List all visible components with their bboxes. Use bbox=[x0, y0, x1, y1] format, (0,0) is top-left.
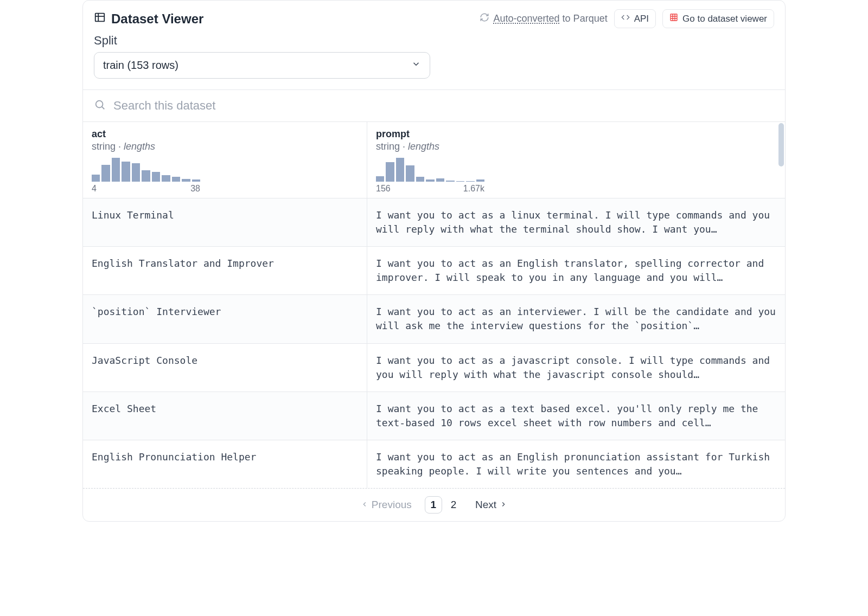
split-select[interactable]: train (153 rows) bbox=[94, 52, 430, 79]
column-type: string · lengths bbox=[92, 141, 358, 152]
cell-act: English Pronunciation Helper bbox=[83, 440, 367, 488]
svg-line-9 bbox=[102, 107, 105, 110]
title-group: Dataset Viewer bbox=[94, 11, 203, 27]
table-body: Linux TerminalI want you to act as a lin… bbox=[83, 198, 785, 489]
refresh-icon bbox=[480, 12, 489, 25]
cell-prompt: I want you to act as an English pronunci… bbox=[367, 440, 785, 488]
chevron-right-icon bbox=[500, 499, 507, 511]
histogram[interactable] bbox=[92, 158, 200, 182]
column-header-prompt[interactable]: promptstring · lengths1561.67k bbox=[367, 122, 785, 198]
svg-rect-3 bbox=[671, 14, 677, 21]
cell-prompt: I want you to act as an English translat… bbox=[367, 247, 785, 294]
table-row[interactable]: English Pronunciation HelperI want you t… bbox=[83, 440, 785, 489]
api-label: API bbox=[634, 14, 649, 24]
column-header-act[interactable]: actstring · lengths438 bbox=[83, 122, 367, 198]
page-title: Dataset Viewer bbox=[111, 11, 203, 27]
next-button[interactable]: Next bbox=[475, 499, 507, 511]
cell-act: English Translator and Improver bbox=[83, 247, 367, 294]
viewer-label: Go to dataset viewer bbox=[682, 14, 767, 24]
grid-icon bbox=[669, 13, 678, 24]
parquet-suffix: to Parquet bbox=[560, 13, 608, 24]
parquet-note: Auto-converted to Parquet bbox=[480, 12, 608, 25]
split-block: Split train (153 rows) bbox=[83, 28, 785, 89]
histogram-range: 438 bbox=[92, 184, 200, 194]
code-icon bbox=[621, 13, 630, 24]
svg-point-8 bbox=[96, 101, 103, 108]
cell-prompt: I want you to act as a javascript consol… bbox=[367, 344, 785, 392]
chevron-down-icon bbox=[411, 59, 421, 72]
pagination: Previous 1 2 Next bbox=[83, 489, 785, 521]
svg-rect-0 bbox=[95, 13, 105, 21]
table-row[interactable]: `position` InterviewerI want you to act … bbox=[83, 295, 785, 343]
cell-prompt: I want you to act as an interviewer. I w… bbox=[367, 295, 785, 343]
table-row[interactable]: Linux TerminalI want you to act as a lin… bbox=[83, 198, 785, 247]
cell-prompt: I want you to act as a text based excel.… bbox=[367, 392, 785, 440]
search-icon bbox=[94, 99, 106, 113]
cell-act: Excel Sheet bbox=[83, 392, 367, 440]
dataset-viewer-panel: Dataset Viewer Auto-converted to Parquet bbox=[82, 0, 786, 522]
parquet-link[interactable]: Auto-converted bbox=[494, 13, 560, 24]
column-name: act bbox=[92, 129, 358, 140]
table-head: actstring · lengths438promptstring · len… bbox=[83, 122, 785, 198]
search-input[interactable] bbox=[113, 99, 774, 113]
column-type: string · lengths bbox=[376, 141, 776, 152]
split-selected: train (153 rows) bbox=[103, 59, 178, 72]
table-row[interactable]: Excel SheetI want you to act as a text b… bbox=[83, 392, 785, 440]
api-button[interactable]: API bbox=[614, 9, 656, 28]
table: actstring · lengths438promptstring · len… bbox=[83, 121, 785, 489]
table-row[interactable]: English Translator and ImproverI want yo… bbox=[83, 247, 785, 295]
chevron-left-icon bbox=[361, 499, 368, 511]
column-name: prompt bbox=[376, 129, 776, 140]
page-1[interactable]: 1 bbox=[425, 496, 442, 514]
search-bar bbox=[83, 89, 785, 121]
go-to-viewer-button[interactable]: Go to dataset viewer bbox=[662, 9, 774, 28]
table-row[interactable]: JavaScript ConsoleI want you to act as a… bbox=[83, 344, 785, 392]
scrollbar-thumb[interactable] bbox=[778, 123, 784, 166]
cell-act: Linux Terminal bbox=[83, 198, 367, 246]
prev-button[interactable]: Previous bbox=[361, 499, 412, 511]
header-actions: Auto-converted to Parquet API bbox=[480, 9, 774, 28]
cell-act: JavaScript Console bbox=[83, 344, 367, 392]
histogram-range: 1561.67k bbox=[376, 184, 484, 194]
split-label: Split bbox=[94, 34, 774, 48]
page-2[interactable]: 2 bbox=[445, 496, 462, 514]
table-icon bbox=[94, 11, 106, 27]
cell-act: `position` Interviewer bbox=[83, 295, 367, 343]
cell-prompt: I want you to act as a linux terminal. I… bbox=[367, 198, 785, 246]
histogram[interactable] bbox=[376, 158, 484, 182]
header: Dataset Viewer Auto-converted to Parquet bbox=[83, 1, 785, 28]
